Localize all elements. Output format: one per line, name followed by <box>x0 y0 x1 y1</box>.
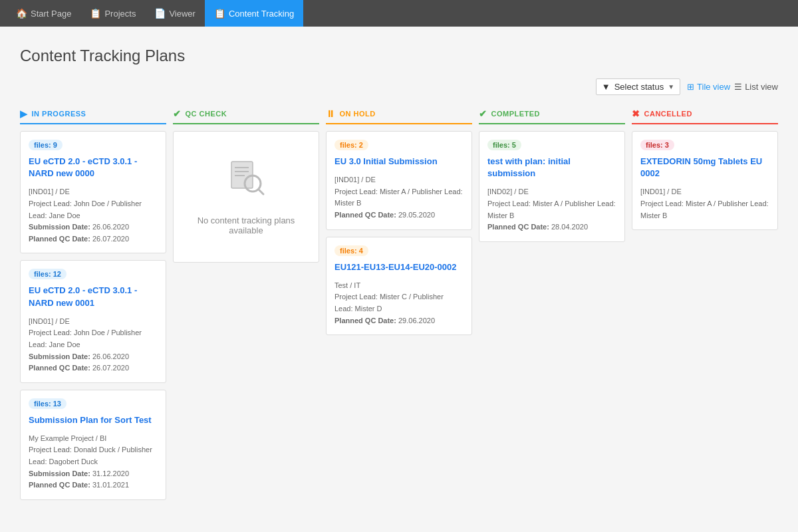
column-header-on-hold: ⏸ ON HOLD <box>326 108 472 124</box>
toolbar: ▼ Select status ▼ ⊞ Tile view ☰ List vie… <box>20 78 778 95</box>
column-header-completed: ✔ COMPLETED <box>479 108 625 124</box>
empty-text: No content tracking plans available <box>187 215 305 235</box>
card-cancelled-0[interactable]: files: 3 EXTEDORIN 50mg Tablets EU 0002 … <box>632 131 778 230</box>
status-filter[interactable]: ▼ Select status ▼ <box>596 78 680 95</box>
card-title: EU 3.0 Initial Submission <box>334 156 464 168</box>
nav-start-page-label: Start Page <box>31 9 71 19</box>
card-meta: Test / IT Project Lead: Mister C / Publi… <box>334 280 464 327</box>
on-hold-label: ON HOLD <box>340 110 376 118</box>
card-org: Test / IT <box>334 280 464 292</box>
columns-container: ▶ IN PROGRESS files: 9 EU eCTD 2.0 - eCT… <box>20 108 778 507</box>
card-org: [IND01] / DE <box>29 186 158 198</box>
card-leads: Project Lead: Mister A / Publisher Lead:… <box>640 198 769 221</box>
card-meta: [IND02] / DE Project Lead: Mister A / Pu… <box>487 186 616 233</box>
card-submission-date: Submission Date: 26.06.2020 <box>29 221 158 233</box>
home-icon: 🏠 <box>16 8 27 19</box>
qc-check-label: QC CHECK <box>186 110 227 118</box>
card-planned-qc-date: Planned QC Date: 29.06.2020 <box>334 315 464 327</box>
card-meta: My Example Project / BI Project Lead: Do… <box>29 433 158 491</box>
files-badge: files: 3 <box>640 140 674 150</box>
main-content: Content Tracking Plans ▼ Select status ▼… <box>0 27 798 520</box>
nav-projects[interactable]: 📋 Projects <box>80 0 145 27</box>
column-cancelled: ✖ CANCELLED files: 3 EXTEDORIN 50mg Tabl… <box>632 108 778 237</box>
svg-line-5 <box>259 190 263 194</box>
card-planned-qc-date: Planned QC Date: 26.07.2020 <box>29 362 158 374</box>
navbar: 🏠 Start Page 📋 Projects 📄 Viewer 📋 Conte… <box>0 0 798 27</box>
card-submission-date: Submission Date: 26.06.2020 <box>29 351 158 363</box>
files-badge: files: 4 <box>334 245 368 256</box>
card-on-hold-0[interactable]: files: 2 EU 3.0 Initial Submission [IND0… <box>326 131 472 230</box>
nav-start-page[interactable]: 🏠 Start Page <box>7 0 80 27</box>
column-qc-check: ✔ QC CHECK No content tracking plans ava… <box>173 108 319 263</box>
card-planned-qc-date: Planned QC Date: 31.01.2021 <box>29 479 158 491</box>
card-title: EU121-EU13-EU14-EU20-0002 <box>334 261 464 273</box>
cancelled-icon: ✖ <box>632 108 640 119</box>
card-meta: [IND01] / DE Project Lead: Mister A / Pu… <box>640 186 769 221</box>
list-view-label: List view <box>745 82 778 92</box>
column-on-hold: ⏸ ON HOLD files: 2 EU 3.0 Initial Submis… <box>326 108 472 342</box>
card-leads: Project Lead: Donald Duck / Publisher Le… <box>29 444 158 467</box>
card-leads: Project Lead: John Doe / Publisher Lead:… <box>29 327 158 350</box>
card-title: EU eCTD 2.0 - eCTD 3.0.1 - NARD new 0000 <box>29 156 158 180</box>
card-in-progress-2[interactable]: files: 13 Submission Plan for Sort Test … <box>20 390 166 500</box>
card-title: Submission Plan for Sort Test <box>29 414 158 426</box>
card-org: My Example Project / BI <box>29 433 158 445</box>
nav-content-tracking-label: Content Tracking <box>229 9 294 19</box>
files-badge: files: 12 <box>29 269 66 279</box>
column-header-in-progress: ▶ IN PROGRESS <box>20 108 166 124</box>
filter-icon: ▼ <box>602 82 610 92</box>
card-org: [IND01] / DE <box>29 316 158 328</box>
completed-icon: ✔ <box>479 108 487 119</box>
card-org: [IND02] / DE <box>487 186 616 198</box>
tile-view-button[interactable]: ⊞ Tile view <box>687 82 730 92</box>
card-planned-qc-date: Planned QC Date: 29.05.2020 <box>334 209 464 221</box>
card-org: [IND01] / DE <box>334 174 464 186</box>
card-on-hold-1[interactable]: files: 4 EU121-EU13-EU14-EU20-0002 Test … <box>326 237 472 336</box>
projects-icon: 📋 <box>90 8 101 19</box>
nav-viewer-label: Viewer <box>169 9 196 19</box>
card-leads: Project Lead: Mister C / Publisher Lead:… <box>334 291 464 315</box>
view-toggle: ⊞ Tile view ☰ List view <box>687 82 778 92</box>
cancelled-label: CANCELLED <box>644 110 692 118</box>
qc-check-icon: ✔ <box>173 108 182 119</box>
chevron-down-icon: ▼ <box>668 83 674 90</box>
card-meta: [IND01] / DE Project Lead: John Doe / Pu… <box>29 316 158 374</box>
completed-label: COMPLETED <box>491 110 541 118</box>
on-hold-icon: ⏸ <box>326 108 336 119</box>
card-in-progress-1[interactable]: files: 12 EU eCTD 2.0 - eCTD 3.0.1 - NAR… <box>20 260 166 382</box>
in-progress-icon: ▶ <box>20 108 28 119</box>
card-meta: [IND01] / DE Project Lead: Mister A / Pu… <box>334 174 464 221</box>
card-title: EU eCTD 2.0 - eCTD 3.0.1 - NARD new 0001 <box>29 285 158 309</box>
tile-view-icon: ⊞ <box>687 82 694 92</box>
card-submission-date: Submission Date: 31.12.2020 <box>29 468 158 480</box>
qc-check-empty-state: No content tracking plans available <box>173 131 319 263</box>
files-badge: files: 13 <box>29 398 66 409</box>
files-badge: files: 5 <box>487 140 521 150</box>
card-planned-qc-date: Planned QC Date: 28.04.2020 <box>487 221 616 233</box>
files-badge: files: 2 <box>334 140 368 150</box>
card-title: EXTEDORIN 50mg Tablets EU 0002 <box>640 156 769 180</box>
content-tracking-icon: 📋 <box>214 8 225 19</box>
card-title: test with plan: initial submission <box>487 156 616 180</box>
card-leads: Project Lead: John Doe / Publisher Lead:… <box>29 198 158 221</box>
card-leads: Project Lead: Mister A / Publisher Lead:… <box>334 186 464 209</box>
tile-view-label: Tile view <box>697 82 730 92</box>
card-org: [IND01] / DE <box>640 186 769 198</box>
nav-projects-label: Projects <box>104 9 136 19</box>
card-meta: [IND01] / DE Project Lead: John Doe / Pu… <box>29 186 158 245</box>
column-header-qc-check: ✔ QC CHECK <box>173 108 319 124</box>
column-header-cancelled: ✖ CANCELLED <box>632 108 778 124</box>
status-filter-label: Select status <box>614 82 664 92</box>
card-leads: Project Lead: Mister A / Publisher Lead:… <box>487 198 616 221</box>
nav-content-tracking[interactable]: 📋 Content Tracking <box>205 0 303 27</box>
empty-search-icon <box>226 158 266 205</box>
nav-viewer[interactable]: 📄 Viewer <box>145 0 205 27</box>
card-completed-0[interactable]: files: 5 test with plan: initial submiss… <box>479 131 625 242</box>
column-completed: ✔ COMPLETED files: 5 test with plan: ini… <box>479 108 625 249</box>
viewer-icon: 📄 <box>154 8 166 19</box>
list-view-button[interactable]: ☰ List view <box>734 82 778 92</box>
files-badge: files: 9 <box>29 140 63 150</box>
list-view-icon: ☰ <box>734 82 742 92</box>
card-in-progress-0[interactable]: files: 9 EU eCTD 2.0 - eCTD 3.0.1 - NARD… <box>20 131 166 253</box>
in-progress-label: IN PROGRESS <box>32 110 86 118</box>
